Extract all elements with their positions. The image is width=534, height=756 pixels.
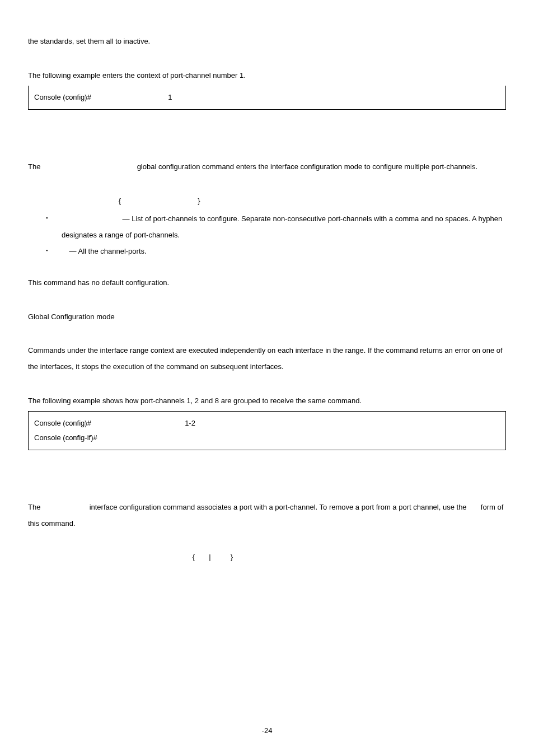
- paragraph: The global configuration command enters …: [28, 159, 506, 175]
- text: The: [28, 503, 43, 511]
- document-body: the standards, set them all to inactive.…: [28, 34, 506, 566]
- code-block: Console (config)# 1-2 Console (config-if…: [28, 411, 506, 450]
- paragraph: The interface configuration command asso…: [28, 500, 506, 531]
- brace-close: }: [198, 197, 200, 205]
- console-prompt: Console (config)#: [34, 419, 93, 427]
- list-item: — All the channel-ports.: [46, 244, 506, 260]
- paragraph: This command has no default configuratio…: [28, 275, 506, 291]
- console-prompt: Console (config-if)#: [34, 433, 97, 442]
- text: The: [28, 162, 43, 171]
- pipe: |: [209, 553, 210, 561]
- console-prompt: Console (config)#: [34, 93, 93, 101]
- code-arg: 1-2: [185, 419, 195, 427]
- page-number: -24: [0, 723, 534, 739]
- paragraph: Commands under the interface range conte…: [28, 343, 506, 375]
- brace-open: {: [193, 553, 195, 561]
- text: — List of port-channels to configure. Se…: [62, 214, 502, 239]
- paragraph: Global Configuration mode: [28, 309, 506, 325]
- brace-close: }: [231, 553, 233, 561]
- syntax-line: { }: [28, 193, 506, 209]
- text: interface configuration command associat…: [90, 503, 469, 511]
- code-block: Console (config)# 1: [28, 86, 506, 110]
- text: — All the channel-ports.: [67, 247, 147, 255]
- code-arg: 1: [168, 93, 172, 101]
- paragraph: The following example enters the context…: [28, 68, 506, 84]
- syntax-line: { | }: [28, 549, 506, 566]
- brace-open: {: [119, 197, 121, 205]
- bullet-list: — List of port-channels to configure. Se…: [28, 211, 506, 259]
- text: global configuration command enters the …: [137, 162, 477, 171]
- paragraph: The following example shows how port-cha…: [28, 393, 506, 409]
- list-item: — List of port-channels to configure. Se…: [46, 211, 506, 243]
- paragraph: the standards, set them all to inactive.: [28, 34, 506, 50]
